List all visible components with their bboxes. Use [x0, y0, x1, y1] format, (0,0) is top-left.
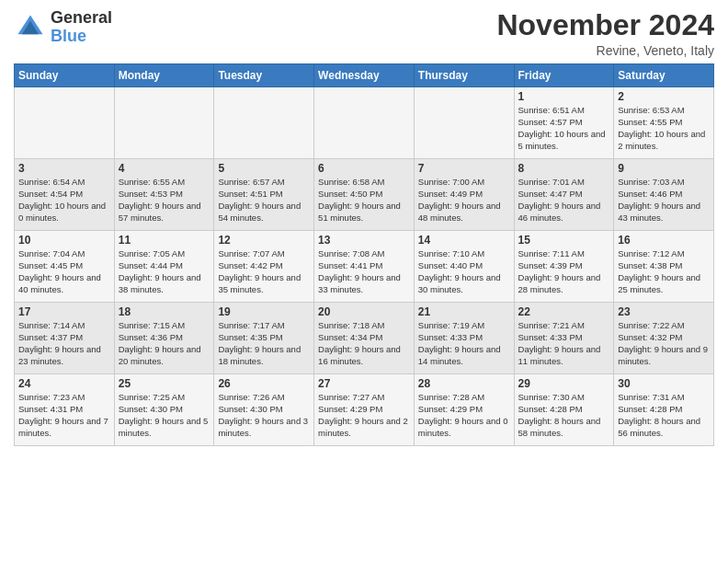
day-number: 26 — [218, 377, 310, 390]
calendar-week-row: 24Sunrise: 7:23 AMSunset: 4:31 PMDayligh… — [15, 374, 714, 446]
day-number: 9 — [618, 162, 710, 175]
day-info: Sunrise: 7:11 AMSunset: 4:39 PMDaylight:… — [518, 248, 610, 295]
day-number: 4 — [119, 162, 210, 175]
day-number: 7 — [418, 162, 510, 175]
calendar-week-row: 1Sunrise: 6:51 AMSunset: 4:57 PMDaylight… — [15, 87, 714, 159]
logo: General Blue — [14, 9, 112, 46]
col-friday: Friday — [514, 64, 614, 87]
calendar-header-row: Sunday Monday Tuesday Wednesday Thursday… — [15, 64, 714, 87]
day-info: Sunrise: 7:00 AMSunset: 4:49 PMDaylight:… — [418, 177, 510, 224]
day-number: 20 — [318, 305, 410, 318]
day-info: Sunrise: 6:58 AMSunset: 4:50 PMDaylight:… — [318, 177, 410, 224]
logo-text: General Blue — [51, 9, 112, 46]
day-info: Sunrise: 7:14 AMSunset: 4:37 PMDaylight:… — [18, 320, 110, 367]
month-title: November 2024 — [496, 9, 714, 41]
calendar-week-row: 3Sunrise: 6:54 AMSunset: 4:54 PMDaylight… — [15, 159, 714, 231]
day-number: 6 — [318, 162, 410, 175]
header: General Blue November 2024 Revine, Venet… — [14, 9, 714, 58]
day-info: Sunrise: 7:30 AMSunset: 4:28 PMDaylight:… — [518, 392, 610, 439]
day-info: Sunrise: 7:18 AMSunset: 4:34 PMDaylight:… — [318, 320, 410, 367]
day-number: 17 — [18, 305, 110, 318]
logo-icon — [14, 11, 47, 44]
calendar-cell — [314, 87, 415, 159]
calendar-cell: 15Sunrise: 7:11 AMSunset: 4:39 PMDayligh… — [514, 231, 614, 303]
col-wednesday: Wednesday — [314, 64, 415, 87]
calendar-cell — [15, 87, 115, 159]
calendar-week-row: 17Sunrise: 7:14 AMSunset: 4:37 PMDayligh… — [15, 303, 714, 374]
day-info: Sunrise: 7:05 AMSunset: 4:44 PMDaylight:… — [119, 248, 210, 295]
calendar-cell: 29Sunrise: 7:30 AMSunset: 4:28 PMDayligh… — [514, 374, 614, 446]
calendar-cell: 10Sunrise: 7:04 AMSunset: 4:45 PMDayligh… — [15, 231, 115, 303]
day-info: Sunrise: 7:08 AMSunset: 4:41 PMDaylight:… — [318, 248, 410, 295]
day-info: Sunrise: 6:53 AMSunset: 4:55 PMDaylight:… — [618, 105, 710, 152]
calendar-cell — [114, 87, 214, 159]
calendar-cell: 26Sunrise: 7:26 AMSunset: 4:30 PMDayligh… — [214, 374, 314, 446]
day-number: 8 — [518, 162, 610, 175]
day-number: 16 — [618, 234, 710, 247]
day-info: Sunrise: 7:27 AMSunset: 4:29 PMDaylight:… — [318, 392, 410, 439]
day-number: 3 — [18, 162, 110, 175]
location-subtitle: Revine, Veneto, Italy — [496, 43, 714, 58]
calendar-cell: 19Sunrise: 7:17 AMSunset: 4:35 PMDayligh… — [214, 303, 314, 374]
calendar-cell: 12Sunrise: 7:07 AMSunset: 4:42 PMDayligh… — [214, 231, 314, 303]
logo-general: General — [51, 9, 112, 28]
day-number: 28 — [418, 377, 510, 390]
day-number: 5 — [218, 162, 310, 175]
day-number: 23 — [618, 305, 710, 318]
day-number: 12 — [218, 234, 310, 247]
col-tuesday: Tuesday — [214, 64, 314, 87]
day-number: 22 — [518, 305, 610, 318]
day-info: Sunrise: 6:54 AMSunset: 4:54 PMDaylight:… — [18, 177, 110, 224]
day-number: 10 — [18, 234, 110, 247]
calendar-cell: 5Sunrise: 6:57 AMSunset: 4:51 PMDaylight… — [214, 159, 314, 231]
calendar-week-row: 10Sunrise: 7:04 AMSunset: 4:45 PMDayligh… — [15, 231, 714, 303]
day-info: Sunrise: 7:07 AMSunset: 4:42 PMDaylight:… — [218, 248, 310, 295]
calendar-cell: 9Sunrise: 7:03 AMSunset: 4:46 PMDaylight… — [614, 159, 714, 231]
main-container: General Blue November 2024 Revine, Venet… — [0, 0, 728, 451]
calendar-cell: 27Sunrise: 7:27 AMSunset: 4:29 PMDayligh… — [314, 374, 415, 446]
calendar-cell: 21Sunrise: 7:19 AMSunset: 4:33 PMDayligh… — [414, 303, 514, 374]
day-info: Sunrise: 6:51 AMSunset: 4:57 PMDaylight:… — [518, 105, 610, 152]
calendar-cell: 24Sunrise: 7:23 AMSunset: 4:31 PMDayligh… — [15, 374, 115, 446]
day-number: 21 — [418, 305, 510, 318]
logo-blue: Blue — [51, 28, 112, 46]
title-block: November 2024 Revine, Veneto, Italy — [496, 9, 714, 58]
day-info: Sunrise: 7:23 AMSunset: 4:31 PMDaylight:… — [18, 392, 110, 439]
calendar-cell: 17Sunrise: 7:14 AMSunset: 4:37 PMDayligh… — [15, 303, 115, 374]
day-info: Sunrise: 7:10 AMSunset: 4:40 PMDaylight:… — [418, 248, 510, 295]
calendar-cell: 11Sunrise: 7:05 AMSunset: 4:44 PMDayligh… — [114, 231, 214, 303]
day-number: 2 — [618, 90, 710, 103]
day-number: 25 — [119, 377, 210, 390]
calendar-cell: 2Sunrise: 6:53 AMSunset: 4:55 PMDaylight… — [614, 87, 714, 159]
calendar-cell: 30Sunrise: 7:31 AMSunset: 4:28 PMDayligh… — [614, 374, 714, 446]
day-info: Sunrise: 7:31 AMSunset: 4:28 PMDaylight:… — [618, 392, 710, 439]
day-info: Sunrise: 7:03 AMSunset: 4:46 PMDaylight:… — [618, 177, 710, 224]
calendar-cell: 28Sunrise: 7:28 AMSunset: 4:29 PMDayligh… — [414, 374, 514, 446]
calendar-cell — [214, 87, 314, 159]
day-info: Sunrise: 7:04 AMSunset: 4:45 PMDaylight:… — [18, 248, 110, 295]
day-number: 29 — [518, 377, 610, 390]
day-info: Sunrise: 7:21 AMSunset: 4:33 PMDaylight:… — [518, 320, 610, 367]
day-number: 27 — [318, 377, 410, 390]
day-number: 30 — [618, 377, 710, 390]
calendar-cell: 20Sunrise: 7:18 AMSunset: 4:34 PMDayligh… — [314, 303, 415, 374]
calendar-cell: 23Sunrise: 7:22 AMSunset: 4:32 PMDayligh… — [614, 303, 714, 374]
day-info: Sunrise: 7:17 AMSunset: 4:35 PMDaylight:… — [218, 320, 310, 367]
day-number: 24 — [18, 377, 110, 390]
col-thursday: Thursday — [414, 64, 514, 87]
day-number: 15 — [518, 234, 610, 247]
col-sunday: Sunday — [15, 64, 115, 87]
day-info: Sunrise: 6:55 AMSunset: 4:53 PMDaylight:… — [119, 177, 210, 224]
day-info: Sunrise: 7:15 AMSunset: 4:36 PMDaylight:… — [119, 320, 210, 367]
day-info: Sunrise: 7:22 AMSunset: 4:32 PMDaylight:… — [618, 320, 710, 367]
calendar-cell: 22Sunrise: 7:21 AMSunset: 4:33 PMDayligh… — [514, 303, 614, 374]
day-info: Sunrise: 7:28 AMSunset: 4:29 PMDaylight:… — [418, 392, 510, 439]
day-number: 1 — [518, 90, 610, 103]
day-number: 19 — [218, 305, 310, 318]
calendar-cell: 8Sunrise: 7:01 AMSunset: 4:47 PMDaylight… — [514, 159, 614, 231]
day-info: Sunrise: 6:57 AMSunset: 4:51 PMDaylight:… — [218, 177, 310, 224]
day-info: Sunrise: 7:12 AMSunset: 4:38 PMDaylight:… — [618, 248, 710, 295]
day-number: 11 — [119, 234, 210, 247]
col-saturday: Saturday — [614, 64, 714, 87]
calendar-cell: 7Sunrise: 7:00 AMSunset: 4:49 PMDaylight… — [414, 159, 514, 231]
